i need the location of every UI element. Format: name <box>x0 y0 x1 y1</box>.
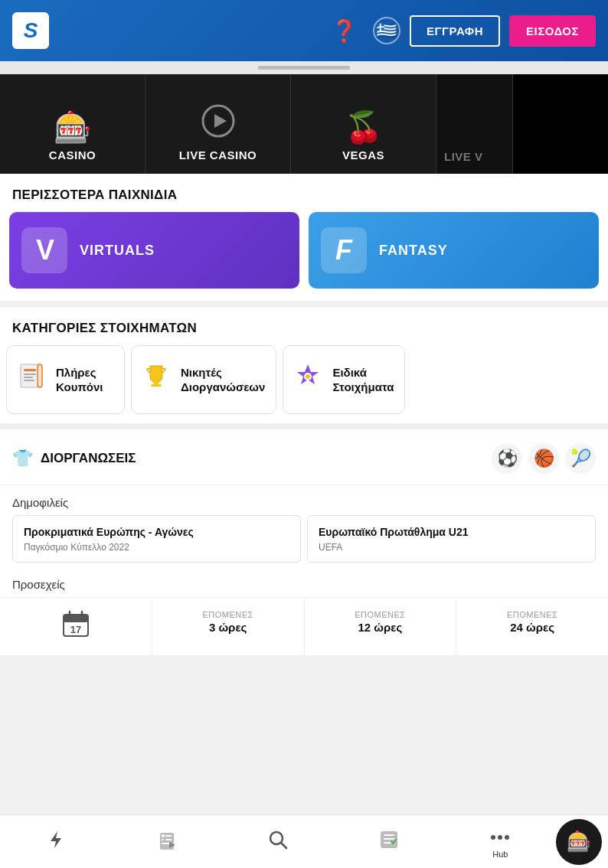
upcoming-filters: 17 ΕΠΟΜΕΝΕΣ 3 ώρες ΕΠΟΜΕΝΕΣ 12 ώρες ΕΠΟΜ… <box>0 597 608 655</box>
category-tile-live-v[interactable]: LIVE V <box>436 74 513 174</box>
virtuals-card[interactable]: V VIRTUALS <box>9 212 299 289</box>
register-button[interactable]: ΕΓΓΡΑΦΗ <box>410 15 500 47</box>
svg-text:17: 17 <box>70 624 81 635</box>
soccer-icon[interactable]: ⚽ <box>492 443 522 474</box>
svg-point-33 <box>498 835 502 840</box>
bet-cat-coupon-label: ΠλήρεςΚουπόνι <box>56 365 103 395</box>
svg-rect-22 <box>165 839 172 840</box>
category-tiles: 🎰 CASINO LIVE CASINO 🍒 VEGAS LIVE V <box>0 74 608 174</box>
svg-point-32 <box>491 835 495 840</box>
bet-categories-list: ΠλήρεςΚουπόνι ΝικητέςΔιοργανώσεων <box>0 345 608 423</box>
tennis-icon[interactable]: 🎾 <box>565 443 596 474</box>
svg-rect-6 <box>24 380 34 381</box>
popular-cards: Προκριματικά Ευρώπης - Αγώνες Παγκόσμιο … <box>0 515 608 569</box>
fantasy-card[interactable]: F FANTASY <box>309 212 599 289</box>
svg-point-34 <box>505 835 509 840</box>
bet-cat-winners[interactable]: ΝικητέςΔιοργανώσεων <box>131 345 276 414</box>
svg-rect-9 <box>151 384 162 387</box>
scroll-bar <box>258 66 350 70</box>
org-title-left: 👕 ΔΙΟΡΓΑΝΩΣΕΙΣ <box>12 449 136 468</box>
popular-card-1[interactable]: Προκριματικά Ευρώπης - Αγώνες Παγκόσμιο … <box>12 515 301 563</box>
fantasy-label: FANTASY <box>379 243 448 259</box>
logo: S <box>12 12 49 49</box>
svg-point-12 <box>306 374 310 379</box>
svg-rect-7 <box>38 364 42 387</box>
main-content: ΠΕΡΙΣΣΟΤΕΡΑ ΠΑΙΧΝΙΔΙΑ V VIRTUALS F FANTA… <box>0 174 608 655</box>
popular-card-2-sub: UEFA <box>319 542 584 553</box>
calendar-icon: 17 <box>62 610 90 643</box>
popular-card-2-title: Ευρωπαϊκό Πρωτάθλημα U21 <box>319 525 584 539</box>
nav-bets[interactable] <box>334 824 445 860</box>
fantasy-icon: F <box>321 227 367 273</box>
filter-24h-value: 24 ώρες <box>463 621 602 634</box>
virtuals-icon: V <box>21 227 67 273</box>
nav-search[interactable] <box>222 824 333 860</box>
nav-sports[interactable] <box>111 824 222 860</box>
bet-cat-winners-label: ΝικητέςΔιοργανώσεων <box>181 365 265 395</box>
filter-12h-label: ΕΠΟΜΕΝΕΣ <box>311 610 450 619</box>
scroll-indicator <box>0 61 608 74</box>
popular-label: Δημοφιλείς <box>0 485 608 515</box>
popular-card-1-sub: Παγκόσμιο Κύπελλο 2022 <box>24 542 289 553</box>
casino-label: CASINO <box>49 148 96 162</box>
svg-rect-21 <box>165 835 172 837</box>
filter-3h-label: ΕΠΟΜΕΝΕΣ <box>159 610 298 619</box>
basketball-icon[interactable]: 🏀 <box>528 443 559 474</box>
filter-12h-value: 12 ώρες <box>311 621 450 634</box>
sports-icon <box>157 830 177 854</box>
vegas-label: VEGAS <box>342 148 384 162</box>
filter-3h-value: 3 ώρες <box>159 621 298 634</box>
virtuals-label: VIRTUALS <box>80 243 155 259</box>
svg-point-20 <box>162 834 165 837</box>
login-button[interactable]: ΕΙΣΟΔΟΣ <box>509 15 596 47</box>
org-sports-icons: ⚽ 🏀 🎾 <box>492 443 596 474</box>
coupon-icon <box>18 363 45 396</box>
svg-rect-23 <box>162 839 164 840</box>
organisations-section: 👕 ΔΙΟΡΓΑΝΩΣΕΙΣ ⚽ 🏀 🎾 Δημοφιλείς Προκριμα… <box>0 432 608 655</box>
live-casino-label: LIVE CASINO <box>179 148 257 162</box>
svg-line-27 <box>281 843 286 848</box>
bottom-nav: Hub 🎰 <box>0 814 608 868</box>
help-icon[interactable]: ❓ <box>331 18 358 44</box>
bet-categories-title: ΚΑΤΗΓΟΡΙΕΣ ΣΤΟΙΧΗΜΑΤΩΝ <box>0 307 608 345</box>
live-casino-icon <box>201 104 235 142</box>
hub-casino-icon: 🎰 <box>567 830 591 853</box>
hub-casino-button[interactable]: 🎰 <box>556 819 602 865</box>
category-tile-vegas[interactable]: 🍒 VEGAS <box>291 74 436 174</box>
svg-rect-5 <box>24 377 33 378</box>
category-tile-live-casino[interactable]: LIVE CASINO <box>145 74 291 174</box>
medal-icon <box>294 363 322 396</box>
filter-3h[interactable]: ΕΠΟΜΕΝΕΣ 3 ώρες <box>152 598 305 655</box>
bet-cat-special-label: ΕιδικάΣτοιχήματα <box>332 365 394 395</box>
org-title: ΔΙΟΡΓΑΝΩΣΕΙΣ <box>41 451 136 466</box>
nav-hub[interactable]: Hub <box>445 819 556 865</box>
trophy-icon <box>142 363 170 396</box>
category-tile-casino[interactable]: 🎰 CASINO <box>0 74 145 174</box>
more-games-section: V VIRTUALS F FANTASY <box>0 212 608 301</box>
svg-marker-18 <box>51 831 61 848</box>
calendar-filter[interactable]: 17 <box>0 598 152 655</box>
flag-icon[interactable]: 🇬🇷 <box>373 17 400 44</box>
filter-12h[interactable]: ΕΠΟΜΕΝΕΣ 12 ώρες <box>305 598 457 655</box>
hub-label: Hub <box>492 850 508 859</box>
filter-24h[interactable]: ΕΠΟΜΕΝΕΣ 24 ώρες <box>456 598 608 655</box>
more-games-title: ΠΕΡΙΣΣΟΤΕΡΑ ΠΑΙΧΝΙΔΙΑ <box>0 174 608 212</box>
bet-cat-special[interactable]: ΕιδικάΣτοιχήματα <box>283 345 405 414</box>
svg-rect-14 <box>64 615 88 622</box>
casino-icon: 🎰 <box>54 112 92 142</box>
lightning-icon <box>46 830 66 854</box>
search-icon <box>268 830 288 854</box>
svg-rect-8 <box>154 380 159 384</box>
shirt-icon: 👕 <box>12 449 33 468</box>
svg-rect-4 <box>24 374 36 375</box>
nav-lightning[interactable] <box>0 824 111 860</box>
org-header: 👕 ΔΙΟΡΓΑΝΩΣΕΙΣ ⚽ 🏀 🎾 <box>0 432 608 485</box>
svg-rect-3 <box>24 369 36 371</box>
vegas-icon: 🍒 <box>345 112 383 142</box>
svg-rect-2 <box>21 364 39 387</box>
bets-icon <box>379 830 399 854</box>
popular-card-2[interactable]: Ευρωπαϊκό Πρωτάθλημα U21 UEFA <box>307 515 596 563</box>
bet-cat-full-coupon[interactable]: ΠλήρεςΚουπόνι <box>6 345 125 414</box>
popular-card-1-title: Προκριματικά Ευρώπης - Αγώνες <box>24 525 289 539</box>
header: S ❓ 🇬🇷 ΕΓΓΡΑΦΗ ΕΙΣΟΔΟΣ <box>0 0 608 61</box>
